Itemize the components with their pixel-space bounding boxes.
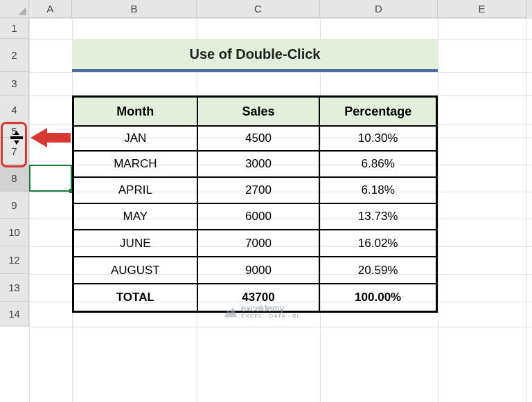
table-cell: JAN	[73, 126, 197, 151]
column-header-B[interactable]: B	[72, 0, 197, 18]
row-header-10[interactable]: 10	[0, 219, 29, 246]
table-cell: 16.02%	[319, 230, 436, 257]
spreadsheet-viewport: ABCDE 1234578910121314 Use of Double-Cli…	[0, 0, 532, 402]
table-cell: 9000	[197, 257, 320, 284]
select-all-icon	[18, 7, 26, 15]
table-cell: 3000	[197, 151, 320, 177]
table-cell: 10.30%	[319, 126, 436, 151]
watermark-brand: exceldemy	[241, 303, 284, 313]
table-cell: 20.59%	[319, 257, 436, 284]
row-header-4[interactable]: 4	[0, 95, 29, 125]
table-total-cell: 100.00%	[319, 284, 436, 311]
grid-area[interactable]: Use of Double-ClickMonthSalesPercentageJ…	[29, 18, 532, 402]
row-header-2[interactable]: 2	[0, 39, 29, 72]
page-title: Use of Double-Click	[72, 39, 438, 72]
row-header-7[interactable]: 7	[0, 138, 29, 165]
chart-icon	[224, 305, 237, 318]
row-header-8[interactable]: 8	[0, 165, 29, 192]
row-header-5[interactable]: 5	[0, 125, 29, 138]
select-all-corner[interactable]	[0, 0, 29, 18]
column-header-C[interactable]: C	[197, 0, 320, 18]
row-header-12[interactable]: 12	[0, 246, 29, 274]
table-cell: AUGUST	[73, 257, 197, 284]
table-header: Percentage	[319, 97, 436, 126]
table-cell: APRIL	[73, 177, 197, 203]
table-cell: 6000	[197, 203, 320, 230]
table-header: Sales	[197, 97, 320, 126]
row-header-9[interactable]: 9	[0, 192, 29, 219]
watermark-sub: EXCEL · DATA · BI	[241, 313, 299, 319]
row-header-3[interactable]: 3	[0, 72, 29, 95]
watermark: exceldemyEXCEL · DATA · BI	[224, 303, 299, 319]
gridline	[29, 72, 532, 73]
column-header-E[interactable]: E	[438, 0, 526, 18]
svg-marker-0	[18, 7, 26, 15]
column-header-A[interactable]: A	[29, 0, 72, 18]
table-cell: 6.18%	[319, 177, 436, 203]
table-cell: JUNE	[73, 230, 197, 257]
table-cell: 13.73%	[319, 203, 436, 230]
column-header-D[interactable]: D	[320, 0, 438, 18]
gridline	[29, 18, 30, 402]
column-headers: ABCDE	[29, 0, 532, 18]
table-cell: 6.86%	[319, 151, 436, 177]
data-table: MonthSalesPercentageJAN450010.30%MARCH30…	[72, 95, 438, 313]
active-cell-indicator	[29, 165, 72, 192]
row-header-13[interactable]: 13	[0, 274, 29, 302]
gridline	[29, 327, 532, 327]
table-header: Month	[73, 97, 197, 126]
gridline	[29, 18, 532, 19]
table-total-cell: TOTAL	[73, 284, 197, 311]
row-header-14[interactable]: 14	[0, 302, 29, 327]
row-header-1[interactable]: 1	[0, 18, 29, 39]
gridline	[438, 18, 438, 402]
row-headers: 1234578910121314	[0, 18, 29, 327]
table-cell: MAY	[73, 203, 197, 230]
table-cell: 4500	[197, 126, 320, 151]
table-cell: 2700	[197, 177, 320, 203]
gridline	[526, 18, 527, 402]
table-cell: MARCH	[73, 151, 197, 177]
table-cell: 7000	[197, 230, 320, 257]
